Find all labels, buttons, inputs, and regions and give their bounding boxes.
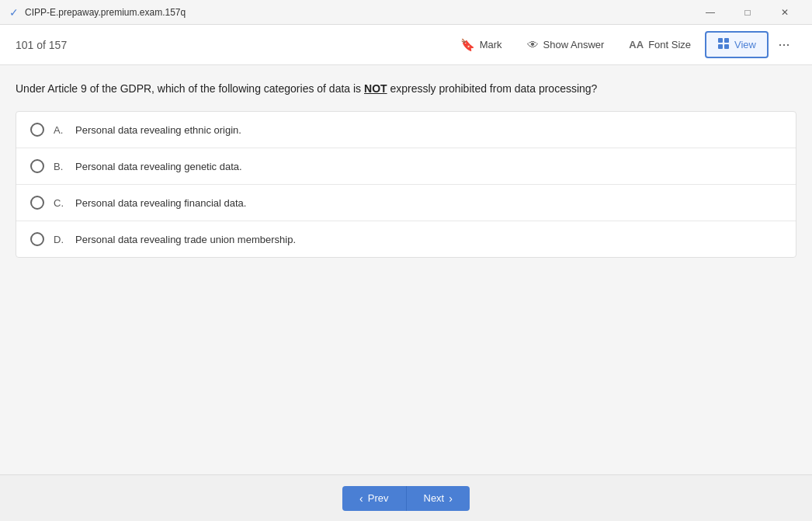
question-text: Under Article 9 of the GDPR, which of th… bbox=[16, 81, 796, 97]
svg-rect-1 bbox=[724, 38, 729, 43]
options-container: A.Personal data revealing ethnic origin.… bbox=[16, 111, 796, 258]
font-size-label: Font Size bbox=[648, 39, 691, 50]
app-icon: ✓ bbox=[9, 6, 19, 19]
eye-icon: 👁 bbox=[527, 38, 539, 51]
close-button[interactable]: ✕ bbox=[767, 0, 803, 25]
show-answer-label: Show Answer bbox=[543, 39, 605, 50]
bookmark-icon: 🔖 bbox=[460, 38, 475, 52]
bottom-navigation: ‹ Prev Next › bbox=[0, 474, 812, 521]
toolbar-actions: 🔖 Mark 👁 Show Answer AA Font Size View ·… bbox=[449, 31, 796, 58]
option-row[interactable]: B.Personal data revealing genetic data. bbox=[16, 148, 796, 185]
font-icon: AA bbox=[629, 39, 644, 50]
mark-button[interactable]: 🔖 Mark bbox=[449, 33, 513, 57]
toolbar: 101 of 157 🔖 Mark 👁 Show Answer AA Font … bbox=[0, 25, 812, 65]
radio-circle bbox=[30, 123, 44, 137]
option-text: Personal data revealing trade union memb… bbox=[75, 234, 296, 245]
question-text-suffix: expressly prohibited from data processin… bbox=[387, 82, 598, 95]
option-letter: A. bbox=[54, 124, 66, 136]
svg-rect-3 bbox=[724, 44, 729, 49]
option-text: Personal data revealing ethnic origin. bbox=[75, 124, 241, 136]
option-text: Personal data revealing financial data. bbox=[75, 197, 246, 209]
app-title: CIPP-E.prepaway.premium.exam.157q bbox=[25, 7, 186, 18]
main-content: Under Article 9 of the GDPR, which of th… bbox=[0, 65, 812, 474]
window-controls: — □ ✕ bbox=[692, 0, 803, 25]
option-text: Personal data revealing genetic data. bbox=[75, 161, 242, 172]
prev-button[interactable]: ‹ Prev bbox=[342, 486, 406, 511]
show-answer-button[interactable]: 👁 Show Answer bbox=[516, 33, 616, 56]
mark-label: Mark bbox=[480, 39, 502, 50]
radio-circle bbox=[30, 159, 44, 173]
more-button[interactable]: ··· bbox=[772, 33, 796, 57]
question-text-bold: NOT bbox=[364, 82, 387, 95]
question-progress: 101 of 157 bbox=[16, 39, 67, 51]
prev-label: Prev bbox=[368, 492, 389, 504]
view-icon bbox=[717, 37, 730, 52]
next-label: Next bbox=[424, 492, 445, 504]
svg-rect-0 bbox=[718, 38, 723, 43]
prev-arrow-icon: ‹ bbox=[359, 492, 363, 505]
option-row[interactable]: A.Personal data revealing ethnic origin. bbox=[16, 112, 796, 148]
view-button[interactable]: View bbox=[705, 31, 769, 58]
option-row[interactable]: D.Personal data revealing trade union me… bbox=[16, 221, 796, 257]
option-row[interactable]: C.Personal data revealing financial data… bbox=[16, 185, 796, 221]
title-bar-left: ✓ CIPP-E.prepaway.premium.exam.157q bbox=[9, 6, 186, 19]
minimize-button[interactable]: — bbox=[692, 0, 728, 25]
radio-circle bbox=[30, 196, 44, 210]
svg-rect-2 bbox=[718, 44, 723, 49]
option-letter: D. bbox=[54, 234, 66, 245]
maximize-button[interactable]: □ bbox=[730, 0, 765, 25]
option-letter: C. bbox=[54, 197, 66, 209]
font-size-button[interactable]: AA Font Size bbox=[618, 34, 702, 55]
title-bar: ✓ CIPP-E.prepaway.premium.exam.157q — □ … bbox=[0, 0, 812, 25]
radio-circle bbox=[30, 232, 44, 246]
option-letter: B. bbox=[54, 161, 66, 172]
next-arrow-icon: › bbox=[449, 492, 453, 505]
view-label: View bbox=[734, 39, 756, 50]
next-button[interactable]: Next › bbox=[407, 486, 470, 511]
question-text-prefix: Under Article 9 of the GDPR, which of th… bbox=[16, 82, 364, 95]
